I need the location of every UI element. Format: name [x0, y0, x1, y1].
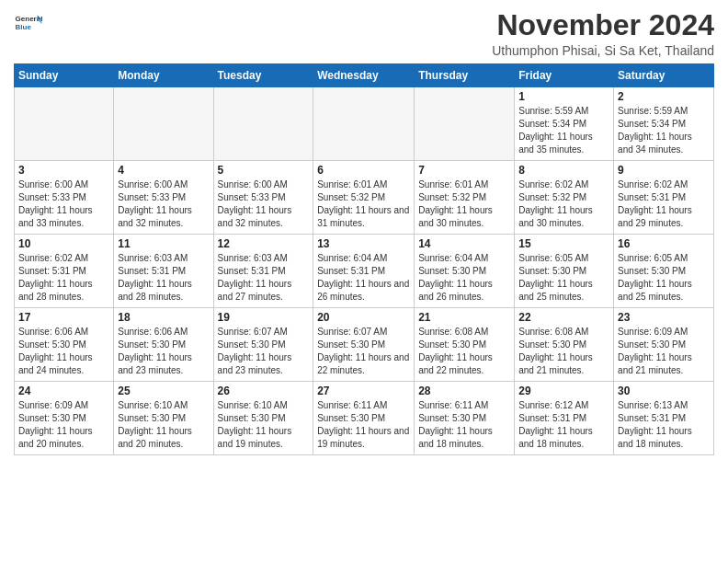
day-info: Sunrise: 6:05 AM Sunset: 5:30 PM Dayligh… [618, 252, 710, 304]
calendar-cell: 4Sunrise: 6:00 AM Sunset: 5:33 PM Daylig… [114, 161, 213, 235]
week-row-1: 3Sunrise: 6:00 AM Sunset: 5:33 PM Daylig… [15, 161, 714, 235]
calendar-cell: 24Sunrise: 6:09 AM Sunset: 5:30 PM Dayli… [15, 382, 114, 455]
day-info: Sunrise: 6:02 AM Sunset: 5:31 PM Dayligh… [18, 252, 109, 304]
day-header-saturday: Saturday [614, 64, 714, 87]
calendar-cell: 20Sunrise: 6:07 AM Sunset: 5:30 PM Dayli… [313, 308, 415, 382]
day-info: Sunrise: 6:04 AM Sunset: 5:31 PM Dayligh… [317, 252, 410, 304]
day-number: 4 [118, 164, 209, 177]
logo-icon: General Blue [14, 9, 43, 39]
day-info: Sunrise: 6:08 AM Sunset: 5:30 PM Dayligh… [518, 326, 609, 377]
calendar-cell: 14Sunrise: 6:04 AM Sunset: 5:30 PM Dayli… [415, 235, 515, 308]
week-row-2: 10Sunrise: 6:02 AM Sunset: 5:31 PM Dayli… [15, 235, 714, 308]
day-info: Sunrise: 6:00 AM Sunset: 5:33 PM Dayligh… [118, 178, 209, 230]
day-info: Sunrise: 6:01 AM Sunset: 5:32 PM Dayligh… [317, 178, 410, 230]
svg-text:Blue: Blue [16, 23, 32, 31]
calendar-cell: 30Sunrise: 6:13 AM Sunset: 5:31 PM Dayli… [614, 382, 714, 455]
day-info: Sunrise: 6:08 AM Sunset: 5:30 PM Dayligh… [418, 326, 510, 377]
day-number: 23 [618, 311, 710, 324]
calendar-header-row: SundayMondayTuesdayWednesdayThursdayFrid… [15, 64, 714, 87]
day-number: 10 [18, 237, 109, 250]
calendar-cell: 16Sunrise: 6:05 AM Sunset: 5:30 PM Dayli… [614, 235, 714, 308]
day-number: 26 [218, 385, 310, 397]
day-number: 16 [618, 237, 710, 250]
day-info: Sunrise: 6:07 AM Sunset: 5:30 PM Dayligh… [317, 326, 410, 377]
calendar-cell: 2Sunrise: 5:59 AM Sunset: 5:34 PM Daylig… [614, 87, 714, 161]
day-number: 29 [518, 385, 609, 397]
title-block: November 2024 Uthumphon Phisai, Si Sa Ke… [492, 9, 714, 58]
calendar-cell [114, 87, 213, 161]
day-number: 19 [218, 311, 310, 324]
calendar-cell: 1Sunrise: 5:59 AM Sunset: 5:34 PM Daylig… [515, 87, 614, 161]
day-number: 1 [518, 90, 609, 103]
calendar-cell [313, 87, 415, 161]
calendar-cell: 11Sunrise: 6:03 AM Sunset: 5:31 PM Dayli… [114, 235, 213, 308]
day-info: Sunrise: 6:03 AM Sunset: 5:31 PM Dayligh… [218, 252, 310, 304]
day-info: Sunrise: 6:10 AM Sunset: 5:30 PM Dayligh… [118, 399, 209, 451]
day-info: Sunrise: 6:04 AM Sunset: 5:30 PM Dayligh… [418, 252, 510, 304]
day-number: 13 [317, 237, 410, 250]
day-number: 15 [518, 237, 609, 250]
day-info: Sunrise: 6:00 AM Sunset: 5:33 PM Dayligh… [218, 178, 310, 230]
calendar-cell: 27Sunrise: 6:11 AM Sunset: 5:30 PM Dayli… [313, 382, 415, 455]
day-number: 18 [118, 311, 209, 324]
day-info: Sunrise: 6:09 AM Sunset: 5:30 PM Dayligh… [18, 399, 109, 451]
day-number: 24 [18, 385, 109, 397]
calendar-cell: 28Sunrise: 6:11 AM Sunset: 5:30 PM Dayli… [415, 382, 515, 455]
day-info: Sunrise: 6:09 AM Sunset: 5:30 PM Dayligh… [618, 326, 710, 377]
day-header-monday: Monday [114, 64, 213, 87]
calendar-cell: 9Sunrise: 6:02 AM Sunset: 5:31 PM Daylig… [614, 161, 714, 235]
day-info: Sunrise: 6:02 AM Sunset: 5:32 PM Dayligh… [518, 178, 609, 230]
day-info: Sunrise: 6:13 AM Sunset: 5:31 PM Dayligh… [618, 399, 710, 451]
logo: General Blue [14, 9, 43, 39]
day-info: Sunrise: 5:59 AM Sunset: 5:34 PM Dayligh… [618, 105, 710, 156]
day-number: 22 [518, 311, 609, 324]
calendar-cell: 23Sunrise: 6:09 AM Sunset: 5:30 PM Dayli… [614, 308, 714, 382]
calendar-cell: 18Sunrise: 6:06 AM Sunset: 5:30 PM Dayli… [114, 308, 213, 382]
day-number: 6 [317, 164, 410, 177]
week-row-3: 17Sunrise: 6:06 AM Sunset: 5:30 PM Dayli… [15, 308, 714, 382]
day-info: Sunrise: 6:06 AM Sunset: 5:30 PM Dayligh… [118, 326, 209, 377]
calendar-cell: 5Sunrise: 6:00 AM Sunset: 5:33 PM Daylig… [213, 161, 313, 235]
calendar-cell: 6Sunrise: 6:01 AM Sunset: 5:32 PM Daylig… [313, 161, 415, 235]
page-header: General Blue November 2024 Uthumphon Phi… [14, 9, 714, 58]
day-header-tuesday: Tuesday [213, 64, 313, 87]
calendar-cell: 26Sunrise: 6:10 AM Sunset: 5:30 PM Dayli… [213, 382, 313, 455]
day-info: Sunrise: 6:05 AM Sunset: 5:30 PM Dayligh… [518, 252, 609, 304]
week-row-0: 1Sunrise: 5:59 AM Sunset: 5:34 PM Daylig… [15, 87, 714, 161]
day-info: Sunrise: 6:07 AM Sunset: 5:30 PM Dayligh… [218, 326, 310, 377]
day-info: Sunrise: 6:03 AM Sunset: 5:31 PM Dayligh… [118, 252, 209, 304]
day-number: 20 [317, 311, 410, 324]
day-number: 8 [518, 164, 609, 177]
calendar-table: SundayMondayTuesdayWednesdayThursdayFrid… [14, 63, 714, 455]
day-number: 28 [418, 385, 510, 397]
location: Uthumphon Phisai, Si Sa Ket, Thailand [492, 43, 714, 58]
day-header-thursday: Thursday [415, 64, 515, 87]
day-number: 2 [618, 90, 710, 103]
day-info: Sunrise: 6:11 AM Sunset: 5:30 PM Dayligh… [418, 399, 510, 451]
day-number: 5 [218, 164, 310, 177]
calendar-cell: 21Sunrise: 6:08 AM Sunset: 5:30 PM Dayli… [415, 308, 515, 382]
day-info: Sunrise: 6:10 AM Sunset: 5:30 PM Dayligh… [218, 399, 310, 451]
calendar-cell: 10Sunrise: 6:02 AM Sunset: 5:31 PM Dayli… [15, 235, 114, 308]
calendar-cell: 15Sunrise: 6:05 AM Sunset: 5:30 PM Dayli… [515, 235, 614, 308]
day-info: Sunrise: 6:06 AM Sunset: 5:30 PM Dayligh… [18, 326, 109, 377]
day-number: 7 [418, 164, 510, 177]
day-number: 9 [618, 164, 710, 177]
calendar-cell: 17Sunrise: 6:06 AM Sunset: 5:30 PM Dayli… [15, 308, 114, 382]
day-number: 11 [118, 237, 209, 250]
day-number: 17 [18, 311, 109, 324]
week-row-4: 24Sunrise: 6:09 AM Sunset: 5:30 PM Dayli… [15, 382, 714, 455]
day-info: Sunrise: 5:59 AM Sunset: 5:34 PM Dayligh… [518, 105, 609, 156]
calendar-cell: 22Sunrise: 6:08 AM Sunset: 5:30 PM Dayli… [515, 308, 614, 382]
calendar-cell: 19Sunrise: 6:07 AM Sunset: 5:30 PM Dayli… [213, 308, 313, 382]
calendar-cell: 7Sunrise: 6:01 AM Sunset: 5:32 PM Daylig… [415, 161, 515, 235]
calendar-cell [213, 87, 313, 161]
day-number: 14 [418, 237, 510, 250]
day-header-friday: Friday [515, 64, 614, 87]
calendar-cell: 25Sunrise: 6:10 AM Sunset: 5:30 PM Dayli… [114, 382, 213, 455]
day-number: 21 [418, 311, 510, 324]
calendar-cell: 29Sunrise: 6:12 AM Sunset: 5:31 PM Dayli… [515, 382, 614, 455]
day-info: Sunrise: 6:01 AM Sunset: 5:32 PM Dayligh… [418, 178, 510, 230]
day-header-sunday: Sunday [15, 64, 114, 87]
day-number: 25 [118, 385, 209, 397]
